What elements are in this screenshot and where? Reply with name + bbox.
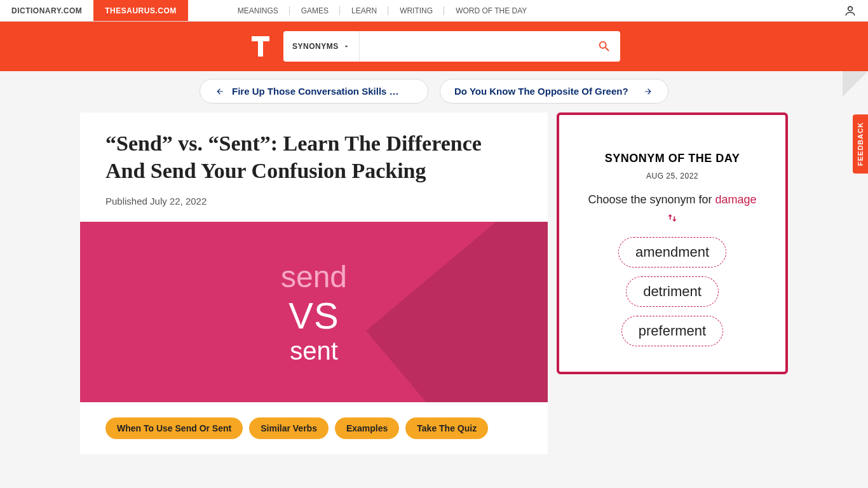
top-nav: DICTIONARY.COM THESAURUS.COM MEANINGS GA… [0,0,868,22]
swap-icon [577,212,768,227]
sotd-option-3[interactable]: preferment [621,316,723,346]
svg-point-0 [848,6,853,11]
anchor-chips: When To Use Send Or Sent Similar Verbs E… [105,417,522,439]
search-type-label: SYNONYMS [292,42,339,51]
dictionary-tab[interactable]: DICTIONARY.COM [0,0,93,21]
prev-article-title: Fire Up Those Conversation Skills … [232,86,399,97]
hero-text-vs: VS [288,294,339,337]
chip-when-to-use[interactable]: When To Use Send Or Sent [105,417,243,439]
hero-text-sent: sent [290,337,338,365]
menu-meanings[interactable]: MEANINGS [226,6,290,15]
search-icon [597,39,611,53]
article-content: “Send” vs. “Sent”: Learn The Difference … [80,112,548,454]
thesaurus-tab[interactable]: THESAURUS.COM [93,0,188,21]
sotd-prompt: Choose the synonym for damage [577,192,768,208]
synonym-of-the-day: SYNONYM OF THE DAY AUG 25, 2022 Choose t… [557,112,788,374]
chip-examples[interactable]: Examples [335,417,399,439]
menu-learn[interactable]: LEARN [340,6,388,15]
search-bar: SYNONYMS [0,22,868,71]
sotd-option-1[interactable]: amendment [618,237,726,268]
chip-similar-verbs[interactable]: Similar Verbs [249,417,329,439]
menu-games[interactable]: GAMES [290,6,340,15]
menu-word-of-the-day[interactable]: WORD OF THE DAY [444,6,538,15]
arrow-left-icon [214,87,226,96]
search-box: SYNONYMS [283,31,620,62]
sotd-title: SYNONYM OF THE DAY [577,152,768,165]
search-input[interactable] [360,31,588,62]
feedback-tab[interactable]: FEEDBACK [853,114,868,173]
search-type-selector[interactable]: SYNONYMS [283,31,360,62]
sotd-date: AUG 25, 2022 [577,172,768,180]
main-container: “Send” vs. “Sent”: Learn The Difference … [0,112,868,454]
account-icon[interactable] [832,0,868,21]
article-title: “Send” vs. “Sent”: Learn The Difference … [105,130,522,184]
thesaurus-logo[interactable] [248,34,273,59]
prev-article-link[interactable]: Fire Up Those Conversation Skills … [200,79,428,104]
hero-image: send VS sent [80,222,548,402]
arrow-right-icon [642,87,654,96]
article-nav-pills: Fire Up Those Conversation Skills … Do Y… [0,71,868,112]
sotd-target-word[interactable]: damage [715,193,757,206]
sotd-options: amendment detriment preferment [577,237,768,346]
publish-date: Published July 22, 2022 [105,196,522,207]
hero-text-send: send [281,259,347,294]
chip-take-the-quiz[interactable]: Take The Quiz [405,417,488,439]
sotd-option-2[interactable]: detriment [626,276,719,307]
menu-writing[interactable]: WRITING [388,6,444,15]
next-article-title: Do You Know The Opposite Of Green? [454,86,628,97]
top-menu: MEANINGS GAMES LEARN WRITING WORD OF THE… [226,0,832,21]
next-article-link[interactable]: Do You Know The Opposite Of Green? [440,79,668,104]
chevron-down-icon [342,43,350,50]
search-button[interactable] [588,31,620,62]
